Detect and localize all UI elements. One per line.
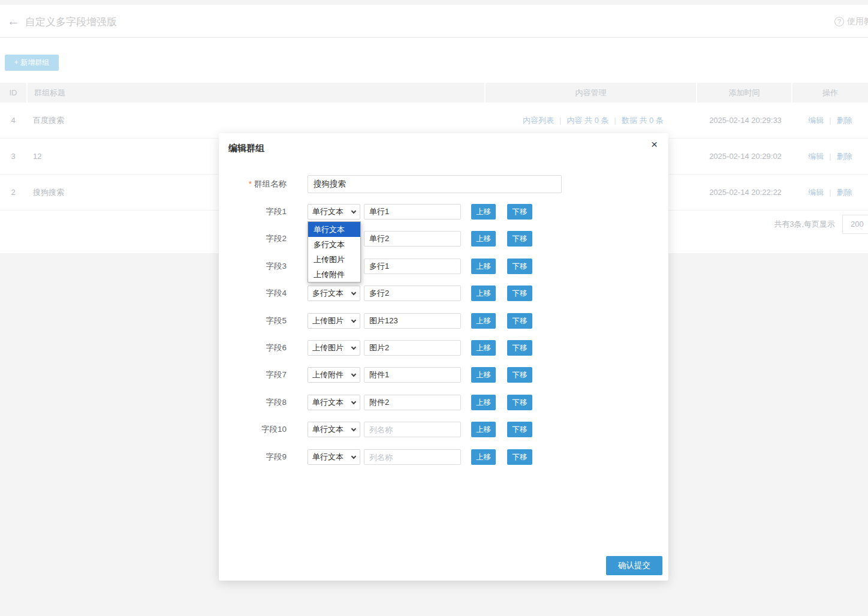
field-label: 字段6 (219, 340, 287, 356)
row-title: 百度搜索 (26, 115, 488, 126)
edit-group-modal: 编辑群组 × *群组名称 字段1 单行文本 上移 下移 字段2 单行文本 上移 … (219, 133, 668, 581)
content-count-link[interactable]: 内容 共 0 条 (566, 116, 608, 125)
row-id: 3 (0, 152, 26, 161)
field-name-input[interactable] (364, 422, 461, 437)
data-count-link[interactable]: 数据 共 0 条 (622, 116, 664, 125)
chevron-down-icon (351, 317, 356, 322)
move-up-button[interactable]: 上移 (471, 422, 496, 437)
circle-question-icon: ? (834, 17, 844, 26)
field-name-input[interactable] (364, 395, 461, 410)
page-title: 自定义多字段增强版 (25, 15, 117, 29)
field-type-select[interactable]: 单行文本 (308, 395, 360, 410)
move-down-button[interactable]: 下移 (507, 313, 532, 329)
field-row: 字段2 单行文本 上移 下移 (219, 231, 668, 247)
page-header: ← 自定义多字段增强版 ? 使用教程 (0, 5, 868, 38)
dropdown-option[interactable]: 上传附件 (308, 267, 360, 282)
move-down-button[interactable]: 下移 (507, 367, 532, 383)
help-link[interactable]: ? 使用教程 (834, 16, 868, 27)
field-name-input[interactable] (364, 340, 461, 356)
move-down-button[interactable]: 下移 (507, 286, 532, 301)
modal-title: 编辑群组 (228, 143, 264, 154)
move-up-button[interactable]: 上移 (471, 449, 496, 465)
move-up-button[interactable]: 上移 (471, 340, 496, 356)
row-actions: 编辑|删除 (792, 115, 868, 126)
move-up-button[interactable]: 上移 (471, 231, 496, 247)
field-label: 字段2 (219, 231, 287, 247)
move-up-button[interactable]: 上移 (471, 395, 496, 410)
chevron-down-icon (351, 399, 356, 404)
edit-link[interactable]: 编辑 (808, 116, 824, 125)
field-name-input[interactable] (364, 204, 461, 220)
dropdown-option[interactable]: 多行文本 (308, 237, 360, 252)
edit-link[interactable]: 编辑 (808, 152, 824, 161)
edit-link[interactable]: 编辑 (808, 188, 824, 197)
delete-link[interactable]: 删除 (837, 116, 852, 125)
page-size-select[interactable]: 200 (842, 215, 868, 234)
move-down-button[interactable]: 下移 (507, 422, 532, 437)
field-type-select[interactable]: 单行文本 (308, 204, 360, 220)
column-header-actions: 操作 (792, 83, 868, 103)
delete-link[interactable]: 删除 (837, 152, 852, 161)
row-actions: 编辑|删除 (792, 187, 868, 198)
table-header-row: ID 群组标题 内容管理 添加时间 操作 (0, 83, 868, 103)
chevron-down-icon (351, 453, 356, 458)
row-time: 2025-02-14 20:29:02 (698, 152, 792, 161)
move-up-button[interactable]: 上移 (471, 313, 496, 329)
field-label: 字段7 (219, 367, 287, 383)
field-row: 字段4 多行文本 上移 下移 (219, 286, 668, 301)
field-type-select[interactable]: 多行文本 (308, 286, 360, 301)
move-up-button[interactable]: 上移 (471, 286, 496, 301)
move-down-button[interactable]: 下移 (507, 231, 532, 247)
column-header-id: ID (0, 83, 26, 103)
close-icon[interactable]: × (651, 138, 658, 151)
row-id: 2 (0, 188, 26, 197)
move-up-button[interactable]: 上移 (471, 367, 496, 383)
field-row: 字段1 单行文本 上移 下移 (219, 204, 668, 220)
field-name-input[interactable] (364, 313, 461, 329)
group-name-label: *群组名称 (219, 175, 287, 193)
move-down-button[interactable]: 下移 (507, 340, 532, 356)
page: ← 自定义多字段增强版 ? 使用教程 + 新增群组 ID 群组标题 内容管理 添… (0, 0, 868, 616)
add-group-button[interactable]: + 新增群组 (5, 55, 59, 71)
field-row: 字段8 单行文本 上移 下移 (219, 395, 668, 410)
field-label: 字段9 (219, 449, 287, 465)
row-time: 2025-02-14 20:22:22 (698, 188, 792, 197)
delete-link[interactable]: 删除 (837, 188, 852, 197)
confirm-submit-button[interactable]: 确认提交 (606, 556, 662, 575)
field-type-select[interactable]: 上传图片 (308, 313, 360, 329)
row-time: 2025-02-14 20:29:33 (698, 116, 792, 125)
dropdown-option[interactable]: 单行文本 (308, 222, 360, 237)
move-down-button[interactable]: 下移 (507, 259, 532, 274)
row-actions: 编辑|删除 (792, 151, 868, 162)
pagination-summary: 共有3条,每页显示 (774, 219, 835, 230)
chevron-down-icon (351, 208, 356, 213)
chevron-down-icon (351, 344, 356, 349)
field-type-select[interactable]: 上传附件 (308, 367, 360, 383)
field-type-select[interactable]: 单行文本 (308, 422, 360, 437)
field-name-input[interactable] (364, 449, 461, 465)
group-name-input[interactable] (308, 175, 562, 193)
move-down-button[interactable]: 下移 (507, 395, 532, 410)
move-up-button[interactable]: 上移 (471, 204, 496, 220)
field-name-input[interactable] (364, 259, 461, 274)
field-label: 字段1 (219, 204, 287, 220)
dropdown-option[interactable]: 上传图片 (308, 252, 360, 267)
back-arrow-icon[interactable]: ← (7, 14, 20, 28)
field-name-input[interactable] (364, 286, 461, 301)
chevron-down-icon (351, 371, 356, 376)
field-type-dropdown: 单行文本 多行文本 上传图片 上传附件 (308, 221, 361, 283)
field-name-input[interactable] (364, 367, 461, 383)
field-label: 字段4 (219, 286, 287, 301)
column-header-title: 群组标题 (28, 83, 484, 103)
move-up-button[interactable]: 上移 (471, 259, 496, 274)
field-type-select[interactable]: 上传图片 (308, 340, 360, 356)
column-header-time: 添加时间 (697, 83, 791, 103)
field-name-input[interactable] (364, 231, 461, 247)
field-label: 字段10 (219, 422, 287, 437)
move-down-button[interactable]: 下移 (507, 204, 532, 220)
content-list-link[interactable]: 内容列表 (523, 116, 554, 125)
help-label: 使用教程 (847, 16, 868, 27)
field-type-select[interactable]: 单行文本 (308, 449, 360, 465)
field-row: 字段3 多行文本 上移 下移 (219, 259, 668, 274)
move-down-button[interactable]: 下移 (507, 449, 532, 465)
